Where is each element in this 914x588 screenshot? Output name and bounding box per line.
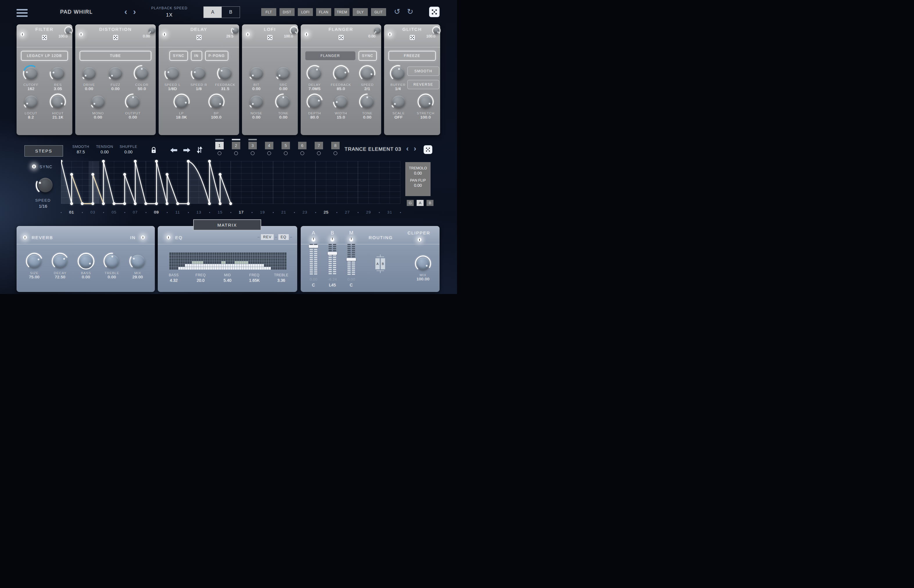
channel-power-button[interactable] [330, 237, 334, 242]
pan-flip-value[interactable]: 0.00 [405, 183, 431, 188]
channel-pan-value[interactable]: C [305, 283, 321, 287]
knob-control[interactable] [274, 65, 292, 82]
pattern-page-radio[interactable] [234, 151, 238, 155]
fx-shortcut-dly[interactable]: DLY [353, 8, 368, 16]
fx-shortcut-lofi[interactable]: LOFI [298, 8, 313, 16]
clipper-mix-knob[interactable]: MIX100.00 [410, 255, 436, 281]
module-power-button[interactable] [162, 32, 166, 36]
knob-control[interactable] [358, 93, 376, 110]
module-amount-knob[interactable]: 100.0 [281, 26, 296, 38]
module-amount-knob[interactable]: 29.5 [223, 26, 237, 38]
module-dice-icon[interactable] [267, 35, 273, 41]
knob-control[interactable] [48, 65, 67, 82]
knob-decay[interactable]: DECAY72.50 [48, 252, 73, 279]
layer-button-a[interactable]: A [417, 200, 423, 206]
randomize-all-dice-icon[interactable] [429, 7, 439, 17]
channel-gain-value[interactable]: 0.00 [343, 277, 359, 281]
pattern-page-radio[interactable] [267, 151, 271, 155]
knob-res[interactable]: RES3.05 [45, 65, 70, 91]
pattern-page-button[interactable]: 1 [215, 142, 224, 149]
knob-control[interactable] [414, 255, 432, 272]
knob-control[interactable] [102, 252, 121, 270]
pattern-page-radio[interactable] [300, 151, 304, 155]
knob-locut[interactable]: LOCUT8.2 [19, 93, 44, 120]
fader-handle[interactable] [328, 252, 337, 255]
pattern-page-radio[interactable] [334, 151, 337, 155]
knob-control[interactable] [132, 65, 151, 82]
knob-control[interactable] [147, 26, 157, 35]
module-power-button[interactable] [388, 32, 392, 36]
button-freeze[interactable]: FREEZE [388, 51, 436, 61]
playback-speed-value[interactable]: 1X [150, 12, 188, 18]
eq-param-bass[interactable]: BASS4.32 [163, 273, 184, 283]
knob-control[interactable] [76, 252, 95, 270]
channel-power-button[interactable] [349, 237, 353, 242]
pattern-page-radio[interactable] [317, 151, 321, 155]
knob-control[interactable] [35, 175, 55, 195]
knob-control[interactable] [50, 252, 70, 270]
module-power-button[interactable] [246, 32, 250, 36]
fx-shortcut-flan[interactable]: FLAN [316, 8, 331, 16]
knob-ctrl[interactable] [33, 175, 58, 195]
layer-button-g[interactable]: G [407, 200, 414, 206]
button-tube[interactable]: TUBE [80, 51, 151, 61]
knob-control[interactable] [247, 65, 266, 82]
pattern-page-button[interactable]: 8 [331, 142, 340, 149]
knob-depth[interactable]: DEPTH80.0 [302, 93, 327, 120]
steps-mode-button[interactable]: STEPS [24, 145, 63, 157]
pattern-page-radio[interactable] [251, 151, 255, 155]
pattern-page-button[interactable]: 2 [232, 142, 240, 149]
knob-stretch[interactable]: STRETCH100.0 [413, 93, 438, 120]
redo-icon[interactable]: ↻ [407, 8, 413, 15]
knob-noise[interactable]: NOISE0.00 [244, 93, 269, 120]
shift-right-icon[interactable] [183, 148, 191, 154]
step-envelope-graph[interactable] [61, 160, 400, 208]
knob-mix[interactable]: MIX100.00 [410, 255, 436, 281]
knob-control[interactable] [431, 26, 441, 35]
button-reverse[interactable]: REVERSE [407, 80, 439, 89]
speed-knob[interactable] [33, 175, 58, 195]
knob-control[interactable] [389, 65, 407, 82]
module-power-button[interactable] [304, 32, 308, 36]
pattern-page-radio[interactable] [284, 151, 287, 155]
next-preset-button[interactable]: › [133, 8, 136, 15]
knob-control[interactable] [332, 93, 350, 110]
module-amount-knob[interactable]: 0.00 [139, 26, 153, 38]
knob-control[interactable] [190, 65, 208, 82]
module-dice-icon[interactable] [339, 35, 344, 41]
knob-control[interactable] [107, 65, 125, 82]
knob-drive[interactable]: DRIVE0.00 [77, 65, 102, 91]
pattern-page-radio[interactable] [218, 151, 221, 155]
shift-left-icon[interactable] [170, 148, 178, 154]
knob-control[interactable] [305, 65, 324, 82]
knob-control[interactable] [305, 93, 324, 110]
knob-control[interactable] [172, 93, 191, 110]
knob-control[interactable] [332, 65, 350, 82]
fader-handle[interactable] [309, 245, 318, 248]
channel-pan-value[interactable]: L45 [324, 283, 341, 287]
reverb-power-button[interactable] [23, 235, 27, 239]
pattern-page-button[interactable]: 5 [281, 142, 290, 149]
channel-pan-value[interactable]: C [343, 283, 359, 287]
knob-src[interactable]: SRC0.00 [271, 65, 296, 91]
knob-control[interactable] [216, 65, 234, 82]
module-dice-icon[interactable] [113, 35, 118, 41]
eq-rev-tab[interactable]: REV [261, 234, 274, 240]
knob-control[interactable] [48, 93, 67, 110]
knob-control[interactable] [416, 93, 435, 110]
module-power-button[interactable] [20, 32, 24, 36]
pattern-page-button[interactable]: 4 [265, 142, 273, 149]
knob-control[interactable] [89, 93, 108, 110]
routing-ab-icon[interactable]: A B [373, 254, 387, 275]
eq-param-freq[interactable]: FREQ1.65K [244, 273, 265, 283]
swap-vertical-icon[interactable] [196, 146, 203, 155]
module-amount-knob[interactable]: 0.00 [365, 26, 379, 38]
clipper-power-button[interactable] [418, 237, 421, 242]
knob-control[interactable] [230, 26, 240, 35]
module-dice-icon[interactable] [42, 35, 47, 41]
knob-hicut[interactable]: HICUT21.1K [45, 93, 70, 120]
fx-shortcut-trem[interactable]: TREM [334, 8, 349, 16]
ab-toggle-b[interactable]: B [222, 7, 240, 18]
sequence-prev-icon[interactable]: ‹ [406, 145, 409, 152]
sync-power-button[interactable] [32, 165, 36, 168]
